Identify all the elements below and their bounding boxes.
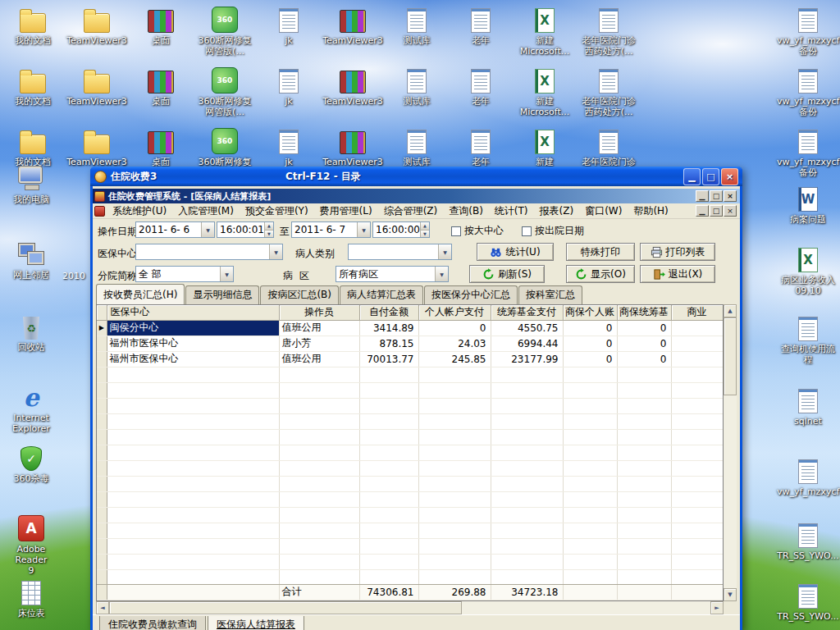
date-to-combo[interactable]: 2011- 6- 7 ▼ xyxy=(291,221,371,238)
window-titlebar[interactable]: 住院收费3 Ctrl-F12 - 目录 ▁ □ × xyxy=(90,167,742,186)
desktop-icon[interactable]: 老年 xyxy=(450,5,512,46)
horizontal-scroll-thumb[interactable] xyxy=(109,601,462,614)
grid-cell[interactable] xyxy=(671,336,723,351)
tab-6[interactable]: 按科室汇总 xyxy=(518,285,582,304)
scroll-up-icon[interactable]: ▲ xyxy=(724,304,737,317)
menu-item[interactable]: 报表(Z) xyxy=(534,204,580,218)
desktop-icon[interactable]: TeamViewer3 xyxy=(322,66,384,107)
dropdown-arrow-icon[interactable]: ▼ xyxy=(220,267,233,281)
tab-1[interactable]: 按收费员汇总(H) xyxy=(96,284,185,304)
checkbox-box[interactable] xyxy=(451,226,461,236)
grid-cell[interactable]: 4550.75 xyxy=(491,320,563,336)
patient-type-combo[interactable]: ▼ xyxy=(348,244,452,260)
maximize-button[interactable]: □ xyxy=(702,168,719,185)
desktop-icon[interactable]: 360360断网修复 网管版(... xyxy=(194,66,256,117)
desktop-icon[interactable]: 测试库 xyxy=(386,126,448,167)
exit-button[interactable]: 退出(X) xyxy=(640,265,715,283)
print-list-button[interactable]: 打印列表 xyxy=(640,243,715,261)
spin-up-icon[interactable]: ▲ xyxy=(264,222,273,231)
grid-cell[interactable]: 6994.44 xyxy=(491,336,563,351)
desktop-icon[interactable]: 桌面 xyxy=(130,66,192,107)
mdi-child-icon[interactable] xyxy=(94,206,105,217)
vertical-scrollbar[interactable]: ▲ ▼ xyxy=(724,304,737,601)
desktop-icon[interactable]: jk xyxy=(258,126,320,167)
desktop-icon[interactable]: sqlnet xyxy=(777,386,839,427)
app-caption-bar[interactable]: 住院收费管理系统 - [医保病人结算报表] ▁ □ × xyxy=(93,189,740,203)
desktop-icon[interactable]: 老年 xyxy=(450,66,512,107)
desktop-icon[interactable]: TeamViewer3 xyxy=(66,66,128,107)
branch-combo[interactable]: 全 部 ▼ xyxy=(135,266,234,282)
menu-item[interactable]: 综合管理(Z) xyxy=(378,204,444,218)
column-header[interactable]: 个人帐户支付 xyxy=(418,305,491,320)
desktop-icon[interactable]: TeamViewer3 xyxy=(66,126,128,167)
grid-cell[interactable] xyxy=(671,351,723,367)
scroll-right-icon[interactable]: ► xyxy=(710,601,724,614)
desktop-icon[interactable]: 我的文档 xyxy=(2,5,64,46)
checkbox-box[interactable] xyxy=(522,226,532,236)
grid-cell[interactable]: 0 xyxy=(418,320,491,336)
bottom-tab-1[interactable]: 住院收费员缴款查询 xyxy=(99,616,206,630)
desktop-icon[interactable]: 桌面 xyxy=(130,126,192,167)
desktop-icon[interactable]: 我的文档 xyxy=(2,126,64,167)
grid-cell[interactable]: 0 xyxy=(563,351,617,367)
scroll-down-icon[interactable]: ▼ xyxy=(724,588,737,601)
desktop-icon[interactable]: TeamViewer3 xyxy=(66,5,128,46)
insurance-center-combo[interactable]: ▼ xyxy=(135,244,283,260)
desktop-icon[interactable]: X新建 Microsoft... xyxy=(514,5,576,57)
column-header[interactable]: 自付金额 xyxy=(359,305,418,320)
grid-cell[interactable]: 福州市医保中心 xyxy=(107,351,279,367)
hidden-icon-label[interactable]: 2010 xyxy=(62,271,85,281)
desktop-icon[interactable]: ♻回收站 xyxy=(0,312,62,353)
bottom-tab-2[interactable]: 医保病人结算报表 xyxy=(208,616,304,630)
app-close-button[interactable]: × xyxy=(724,190,737,202)
desktop-icon[interactable]: TeamViewer3 xyxy=(322,126,384,167)
child-restore-button[interactable]: □ xyxy=(710,205,723,217)
grid-cell[interactable]: 福州市医保中心 xyxy=(107,336,279,351)
desktop-icon[interactable]: 老年医院门诊 西药处方(... xyxy=(578,66,640,117)
menu-item[interactable]: 预交金管理(Y) xyxy=(240,204,314,218)
grid-cell[interactable]: 23177.99 xyxy=(491,351,563,367)
spin-up-icon[interactable]: ▲ xyxy=(420,222,429,231)
date-from-combo[interactable]: 2011- 6- 6 ▼ xyxy=(135,221,215,238)
ward-combo[interactable]: 所有病区 ▼ xyxy=(336,266,449,282)
minimize-button[interactable]: ▁ xyxy=(683,168,701,185)
grid-cell[interactable]: 70013.77 xyxy=(359,351,418,367)
menu-item[interactable]: 费用管理(L) xyxy=(314,204,378,218)
menu-item[interactable]: 帮助(H) xyxy=(628,204,673,218)
time-from-spinner[interactable]: 16:00:01 ▲▼ xyxy=(217,221,274,238)
desktop-icon[interactable]: X病区业务收入 09,10 xyxy=(777,244,839,296)
menu-item[interactable]: 窗口(W) xyxy=(579,204,628,218)
desktop-icon[interactable]: vw_yf_mzxycf 备份 xyxy=(777,66,839,117)
desktop-icon[interactable]: W病案问题 xyxy=(777,184,839,225)
dropdown-arrow-icon[interactable]: ▼ xyxy=(201,222,214,237)
spin-down-icon[interactable]: ▼ xyxy=(264,231,273,238)
child-minimize-button[interactable]: ▁ xyxy=(696,205,709,217)
desktop-icon[interactable]: X新建 Microsoft... xyxy=(514,66,576,117)
dropdown-arrow-icon[interactable]: ▼ xyxy=(357,222,370,237)
grid-cell[interactable]: 3414.89 xyxy=(359,320,418,336)
menu-item[interactable]: 查询(B) xyxy=(443,204,489,218)
column-header[interactable]: 医保中心 xyxy=(107,305,279,320)
statistics-button[interactable]: 统计(U) xyxy=(477,243,554,261)
desktop-icon[interactable]: 查询机使用流 程 xyxy=(777,313,839,365)
column-header[interactable]: 商保个人账 xyxy=(563,305,617,320)
desktop-icon[interactable]: ✓360杀毒 xyxy=(0,443,62,484)
column-header[interactable]: 商业 xyxy=(671,305,723,320)
desktop-icon[interactable]: 老年医院门诊 西药处方(... xyxy=(578,5,640,57)
menu-item[interactable]: 系统维护(U) xyxy=(107,204,172,218)
horizontal-scrollbar[interactable]: ◄ ► xyxy=(96,601,724,614)
refresh-button[interactable]: 刷新(S) xyxy=(469,265,545,283)
menu-item[interactable]: 统计(T) xyxy=(489,204,534,218)
desktop-icon[interactable]: 桌面 xyxy=(130,5,192,46)
column-header[interactable]: 操作员 xyxy=(279,305,359,320)
vertical-scroll-thumb[interactable] xyxy=(724,317,737,395)
app-minimize-button[interactable]: ▁ xyxy=(696,190,709,202)
grid-cell[interactable]: 值班公用 xyxy=(279,351,359,367)
tab-2[interactable]: 显示明细信息 xyxy=(185,285,259,304)
time-to-spinner[interactable]: 16:00:00 ▲▼ xyxy=(372,221,430,238)
desktop-icon[interactable]: 我的文档 xyxy=(2,66,64,107)
desktop-icon[interactable]: vw_yf_mzxycf 备份 xyxy=(777,126,839,178)
menu-item[interactable]: 入院管理(M) xyxy=(172,204,240,218)
tab-5[interactable]: 按医保分中心汇总 xyxy=(424,285,518,304)
tab-4[interactable]: 病人结算汇总表 xyxy=(340,285,423,304)
